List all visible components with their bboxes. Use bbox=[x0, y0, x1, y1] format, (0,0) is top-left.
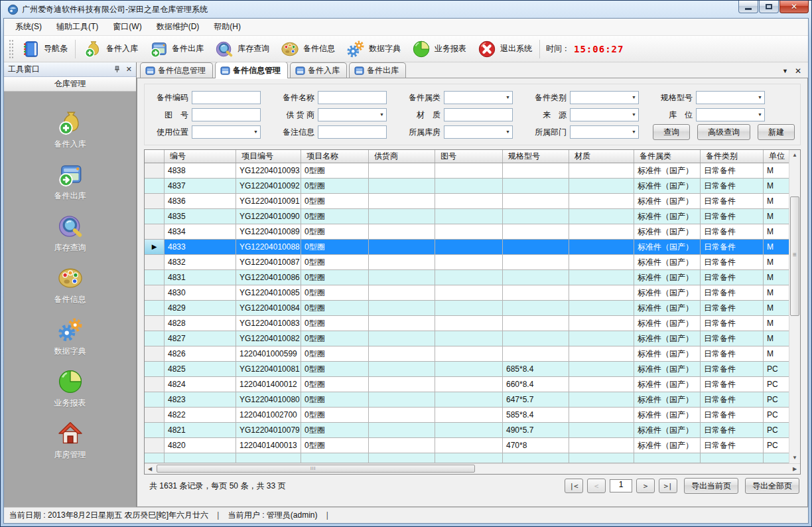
export-all-pages-button[interactable]: 导出全部页 bbox=[745, 478, 799, 494]
table-row[interactable]: 4828YG122040100830型圈标准件（国产）日常备件M bbox=[145, 316, 789, 331]
table-row[interactable]: 4829YG122040100840型圈标准件（国产）日常备件M bbox=[145, 301, 789, 316]
first-page-button[interactable]: |< bbox=[565, 479, 583, 493]
tab-close-icon[interactable]: ✕ bbox=[795, 67, 801, 75]
maximize-button[interactable] bbox=[759, 1, 779, 13]
toolbar-report-button[interactable]: 业务报表 bbox=[406, 37, 472, 61]
column-header[interactable]: 供货商 bbox=[369, 150, 435, 163]
tab-stock-in[interactable]: 备件入库 bbox=[290, 62, 347, 78]
sidebar-item-report[interactable]: 业务报表 bbox=[54, 368, 86, 409]
sidebar-item-inventory-query[interactable]: 库存查询 bbox=[54, 212, 86, 254]
minimize-button[interactable] bbox=[738, 1, 758, 13]
table-row[interactable]: 4821YG122040100790型圈490*5.7标准件（国产）日常备件PC bbox=[145, 423, 789, 438]
table-cell bbox=[435, 377, 503, 392]
table-cell: M bbox=[764, 240, 789, 255]
drawing-no-input[interactable] bbox=[192, 108, 261, 121]
row-indicator-cell bbox=[145, 209, 165, 224]
table-row[interactable]: 482412204014000120型圈660*8.4标准件（国产）日常备件PC bbox=[145, 377, 789, 392]
prev-page-button[interactable]: < bbox=[587, 479, 606, 493]
column-header[interactable]: 备件属类 bbox=[634, 150, 701, 163]
scroll-down-icon[interactable]: ▼ bbox=[789, 453, 800, 463]
table-row[interactable]: 4832YG122040100870型圈标准件（国产）日常备件M bbox=[145, 255, 789, 270]
table-row[interactable]: 4835YG122040100900型圈标准件（国产）日常备件M bbox=[145, 209, 789, 224]
part-category-select[interactable] bbox=[570, 91, 639, 104]
sidebar-item-stock-in[interactable]: 备件入库 bbox=[54, 109, 86, 150]
part-name-input[interactable] bbox=[318, 91, 387, 104]
toolbar-parts-info-button[interactable]: 备件信息 bbox=[275, 37, 340, 61]
column-header[interactable]: 项目名称 bbox=[301, 150, 369, 163]
scroll-up-icon[interactable]: ▲ bbox=[789, 150, 800, 161]
table-row[interactable]: 4827YG122040100820型圈标准件（国产）日常备件M bbox=[145, 331, 789, 346]
table-row[interactable]: 482612204010005990型圈标准件（国产）日常备件M bbox=[145, 346, 789, 362]
toolbar-exit-button[interactable]: 退出系统 bbox=[472, 37, 537, 61]
column-header[interactable]: 备件类别 bbox=[701, 150, 764, 163]
spec-model-select[interactable] bbox=[696, 91, 765, 104]
toolbar-inventory-query-button[interactable]: 库存查询 bbox=[209, 37, 275, 61]
part-genus-select[interactable] bbox=[444, 91, 513, 104]
toolbar-grip[interactable] bbox=[9, 39, 13, 59]
tab-stock-out[interactable]: 备件出库 bbox=[349, 62, 406, 78]
column-header[interactable]: 材质 bbox=[569, 150, 634, 163]
department-select[interactable] bbox=[570, 125, 639, 139]
table-row[interactable]: ▶4833YG122040100880型圈标准件（国产）日常备件M bbox=[145, 240, 789, 255]
export-current-page-button[interactable]: 导出当前页 bbox=[684, 478, 738, 494]
column-header[interactable]: 项目编号 bbox=[236, 150, 301, 163]
sidebar-item-warehouse[interactable]: 库房管理 bbox=[54, 419, 86, 461]
use-position-select[interactable] bbox=[192, 125, 261, 139]
next-page-button[interactable]: > bbox=[636, 479, 655, 493]
table-cell: M bbox=[764, 346, 789, 362]
last-page-button[interactable]: >| bbox=[659, 479, 677, 493]
source-select[interactable] bbox=[570, 108, 639, 121]
horizontal-scrollbar[interactable]: ◀ ▶ bbox=[145, 463, 800, 474]
tab-parts-info-management-2[interactable]: 备件信息管理 bbox=[215, 62, 288, 78]
tab-parts-info-management-1[interactable]: 备件信息管理 bbox=[140, 62, 213, 78]
create-button[interactable]: 新建 bbox=[758, 124, 795, 140]
advanced-query-button[interactable]: 高级查询 bbox=[697, 124, 750, 140]
tab-list-dropdown-icon[interactable]: ▼ bbox=[782, 68, 788, 74]
horizontal-scrollbar-thumb[interactable] bbox=[157, 465, 475, 473]
bin-location-select[interactable] bbox=[696, 108, 765, 121]
pin-icon[interactable] bbox=[113, 66, 121, 73]
vertical-scrollbar-thumb[interactable] bbox=[790, 196, 799, 316]
table-cell: M bbox=[764, 301, 789, 316]
table-row[interactable]: 4838YG122040100930型圈标准件（国产）日常备件M bbox=[145, 163, 789, 179]
material-input[interactable] bbox=[444, 108, 513, 121]
warehouse-select[interactable] bbox=[444, 125, 513, 139]
table-row[interactable]: 4823YG122040100800型圈647*5.7标准件（国产）日常备件PC bbox=[145, 392, 789, 408]
toolbar-data-dictionary-button[interactable]: 数据字典 bbox=[340, 37, 406, 61]
page-number-input[interactable]: 1 bbox=[610, 479, 632, 492]
sidebar-item-data-dictionary[interactable]: 数据字典 bbox=[54, 316, 86, 357]
scroll-left-icon[interactable]: ◀ bbox=[145, 464, 155, 474]
menu-help[interactable]: 帮助(H) bbox=[206, 19, 248, 35]
sidebar-group-header[interactable]: 仓库管理 bbox=[4, 77, 136, 92]
close-button[interactable]: ✕ bbox=[779, 1, 809, 13]
table-row[interactable]: 4831YG122040100860型圈标准件（国产）日常备件M bbox=[145, 270, 789, 285]
column-header[interactable]: 图号 bbox=[435, 150, 503, 163]
toolbar-stock-in-button[interactable]: 备件入库 bbox=[78, 37, 143, 61]
column-header[interactable]: 规格型号 bbox=[503, 150, 569, 163]
toolbar-stock-out-button[interactable]: 备件出库 bbox=[143, 37, 209, 61]
sidebar-close-icon[interactable]: ✕ bbox=[126, 66, 132, 73]
table-row[interactable]: 4830YG122040100850型圈标准件（国产）日常备件M bbox=[145, 285, 789, 301]
vertical-scrollbar[interactable]: ▲ ▼ bbox=[789, 150, 800, 463]
scroll-right-icon[interactable]: ▶ bbox=[789, 464, 800, 474]
column-header[interactable]: 单位 bbox=[764, 150, 789, 163]
table-row[interactable]: 4834YG122040100890型圈标准件（国产）日常备件M bbox=[145, 224, 789, 240]
column-header[interactable]: 编号 bbox=[165, 150, 236, 163]
supplier-select[interactable] bbox=[318, 108, 387, 121]
part-code-input[interactable] bbox=[192, 91, 261, 104]
table-row[interactable]: 4837YG122040100920型圈标准件（国产）日常备件M bbox=[145, 179, 789, 194]
table-row[interactable]: 482212204010027000型圈585*8.4标准件（国产）日常备件PC bbox=[145, 408, 789, 423]
sidebar-item-stock-out[interactable]: 备件出库 bbox=[54, 161, 86, 202]
table-row[interactable]: 4825YG122040100810型圈685*8.4标准件（国产）日常备件PC bbox=[145, 362, 789, 377]
menu-data-maintenance[interactable]: 数据维护(D) bbox=[149, 19, 207, 35]
menu-tools[interactable]: 辅助工具(T) bbox=[49, 19, 105, 35]
row-indicator-header bbox=[145, 150, 165, 163]
table-row[interactable]: 4836YG122040100910型圈标准件（国产）日常备件M bbox=[145, 194, 789, 209]
table-row[interactable]: 482012204014000130型圈470*8标准件（国产）日常备件PC bbox=[145, 438, 789, 453]
query-button[interactable]: 查询 bbox=[653, 124, 690, 140]
remark-input[interactable] bbox=[318, 125, 387, 139]
sidebar-item-parts-info[interactable]: 备件信息 bbox=[54, 264, 86, 305]
toolbar-navigator-button[interactable]: 导航条 bbox=[15, 37, 73, 61]
menu-window[interactable]: 窗口(W) bbox=[105, 19, 149, 35]
menu-system[interactable]: 系统(S) bbox=[8, 19, 49, 35]
